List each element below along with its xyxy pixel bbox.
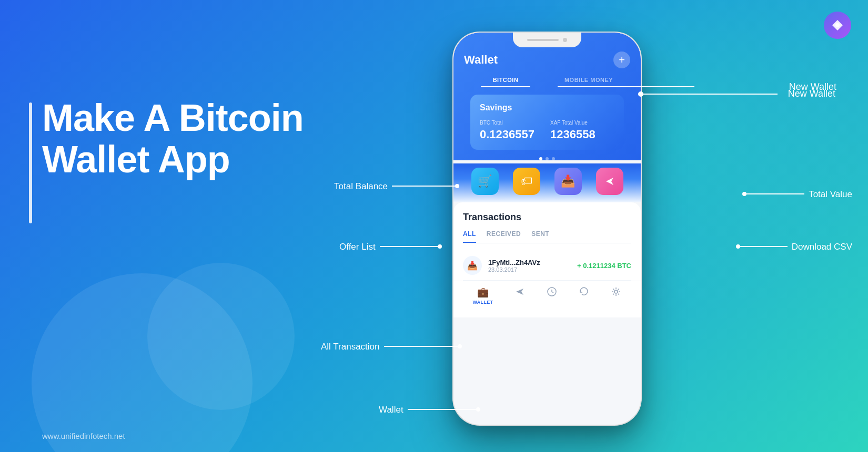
- nav-clock[interactable]: [547, 286, 557, 305]
- phone-tabs: BITCOIN MOBILE MONEY: [464, 73, 630, 87]
- tab-mobile-money[interactable]: MOBILE MONEY: [547, 73, 630, 87]
- savings-card: Savings BTC Total 0.1236557 XAF Total Va…: [470, 95, 624, 150]
- svg-point-0: [835, 23, 840, 27]
- share-button[interactable]: [596, 168, 623, 195]
- notch-bar: [527, 39, 559, 41]
- transactions-section: Transactions ALL RECEIVED SENT 📥 1FyM: [453, 202, 641, 281]
- tx-date: 23.03.2017: [488, 266, 571, 273]
- footer-text: www.unifiedinfotech.net: [42, 432, 125, 440]
- tab-all[interactable]: ALL: [463, 230, 476, 243]
- new-wallet-arrow-dot: [638, 91, 643, 97]
- new-wallet-text-area: New Wallet: [788, 88, 835, 99]
- tx-download-icon: 📥: [463, 256, 482, 275]
- total-balance-line: [392, 186, 455, 187]
- download-button[interactable]: 📥: [554, 168, 582, 195]
- btc-label: BTC Total: [480, 120, 534, 126]
- svg-point-2: [614, 290, 618, 293]
- total-balance-label: Total Balance: [334, 181, 388, 192]
- total-balance-dot: [455, 184, 459, 188]
- tag-button[interactable]: 🏷: [513, 168, 540, 195]
- transactions-title: Transactions: [463, 212, 631, 223]
- phone-header: Wallet + BITCOIN MOBILE MONEY Savings: [453, 33, 641, 160]
- card-dots: [464, 157, 630, 160]
- total-value-label: Total Value: [809, 189, 852, 200]
- accent-bar: [29, 102, 32, 223]
- wallet-annotation: Wallet: [379, 405, 480, 415]
- all-transaction-annotation: All Transaction: [321, 342, 462, 352]
- btc-value: 0.1236557: [480, 128, 534, 141]
- new-wallet-arrow-line: [641, 94, 778, 95]
- offer-list-label: Offer List: [339, 242, 376, 252]
- nav-wallet[interactable]: 💼 WALLET: [473, 286, 493, 305]
- action-buttons: 🛒 🏷 📥: [453, 163, 641, 202]
- new-wallet-text: New Wallet: [788, 88, 835, 99]
- logo-icon: [824, 12, 851, 39]
- nav-history[interactable]: [579, 286, 589, 305]
- left-content: Make A Bitcoin Wallet App: [42, 97, 304, 180]
- phone-header-top: Wallet +: [464, 52, 630, 68]
- btc-total-col: BTC Total 0.1236557: [480, 120, 534, 141]
- savings-title: Savings: [480, 103, 614, 112]
- wallet-title: Wallet: [464, 53, 498, 67]
- offer-list-annotation: Offer List: [339, 242, 442, 252]
- send-nav-icon: [514, 286, 525, 300]
- savings-row: BTC Total 0.1236557 XAF Total Value 1236…: [480, 120, 614, 141]
- xaf-total-col: XAF Total Value 1236558: [550, 120, 596, 141]
- transaction-tabs: ALL RECEIVED SENT: [463, 230, 631, 243]
- card-dot-2: [546, 157, 549, 160]
- clock-nav-icon: [547, 286, 557, 300]
- xaf-label: XAF Total Value: [550, 120, 596, 126]
- tab-bitcoin[interactable]: BITCOIN: [464, 73, 547, 87]
- history-nav-icon: [579, 286, 589, 300]
- tx-address: 1FyMtl...Zh4AVz: [488, 259, 571, 266]
- download-csv-annotation: Download CSV: [736, 242, 852, 252]
- tx-amount: + 0.1211234 BTC: [577, 262, 631, 270]
- phone-notch: [513, 33, 581, 47]
- all-transaction-label: All Transaction: [321, 342, 380, 352]
- total-value-annotation: Total Value: [742, 189, 852, 200]
- bottom-nav: 💼 WALLET: [453, 281, 641, 317]
- transaction-item: 📥 1FyMtl...Zh4AVz 23.03.2017 + 0.1211234…: [463, 251, 631, 281]
- bg-circle-2: [147, 263, 295, 410]
- notch-dot: [563, 38, 567, 42]
- tab-received[interactable]: RECEIVED: [487, 230, 521, 243]
- nav-send[interactable]: [514, 286, 525, 305]
- settings-nav-icon: [611, 286, 621, 300]
- phone-outer: Wallet + BITCOIN MOBILE MONEY Savings: [452, 32, 642, 426]
- wallet-nav-icon: 💼: [477, 286, 489, 298]
- offer-list-button[interactable]: 🛒: [471, 168, 499, 195]
- phone-screen: Wallet + BITCOIN MOBILE MONEY Savings: [453, 33, 641, 425]
- total-balance-annotation: Total Balance: [334, 181, 459, 192]
- xaf-value: 1236558: [550, 128, 596, 141]
- add-wallet-button[interactable]: +: [613, 52, 630, 68]
- new-wallet-line: [558, 86, 694, 87]
- wallet-nav-label: WALLET: [473, 300, 493, 305]
- nav-settings[interactable]: [611, 286, 621, 305]
- wallet-annotation-label: Wallet: [379, 405, 403, 415]
- main-title: Make A Bitcoin Wallet App: [42, 97, 304, 180]
- tab-sent[interactable]: SENT: [531, 230, 549, 243]
- tx-info: 1FyMtl...Zh4AVz 23.03.2017: [488, 259, 571, 273]
- card-dot-3: [552, 157, 555, 160]
- phone-mockup: Wallet + BITCOIN MOBILE MONEY Savings: [452, 32, 642, 431]
- download-csv-label: Download CSV: [792, 242, 852, 252]
- card-dot-1: [539, 157, 542, 160]
